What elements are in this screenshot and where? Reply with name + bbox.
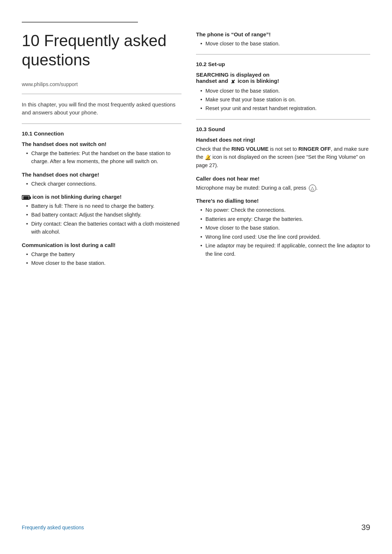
list-item: Wrong line cord used: Use the line cord …	[200, 233, 370, 241]
divider-intro	[22, 94, 181, 94]
comm-lost-heading: Communication is lost during a call!	[22, 242, 181, 248]
handset-no-ring: Handset does not ring! Check that the RI…	[196, 137, 370, 170]
handset-no-switch: The handset does not switch on! Charge t…	[22, 141, 181, 166]
out-of-range-heading: The phone is “Out of range”!	[196, 31, 370, 37]
list-item: Move closer to the base station.	[200, 87, 370, 95]
no-dialling-tone-list: No power: Check the connections. Batteri…	[196, 206, 370, 258]
right-column: The phone is “Out of range”! Move closer…	[196, 31, 370, 517]
list-item: Charge the batteries: Put the handset on…	[26, 149, 181, 166]
list-item: Make sure that your base station is on.	[200, 96, 370, 104]
handset-no-ring-text: Check that the RING VOLUME is not set to…	[196, 145, 370, 170]
section-10-3-heading: 10.3 Sound	[196, 126, 370, 132]
handset-no-switch-heading: The handset does not switch on!	[22, 141, 181, 147]
handset-no-ring-heading: Handset does not ring!	[196, 137, 370, 143]
list-item: Move closer to the base station.	[200, 40, 370, 48]
page-number: 39	[362, 523, 370, 532]
antenna-icon: ✘	[231, 79, 235, 85]
section-10-2-heading: 10.2 Set-up	[196, 61, 370, 67]
intro-text: In this chapter, you will find the most …	[22, 101, 181, 117]
list-item: Batteries are empty: Charge the batterie…	[200, 215, 370, 223]
handset-no-charge-list: Check charger connections.	[22, 180, 181, 188]
content-wrapper: 10 Frequently asked questions www.philip…	[22, 31, 370, 517]
list-item: Reset your unit and restart handset regi…	[200, 104, 370, 112]
section-10-3: 10.3 Sound Handset does not ring! Check …	[196, 126, 370, 258]
no-dialling-tone-heading: There’s no dialling tone!	[196, 198, 370, 204]
divider-10-3	[196, 119, 370, 120]
section-10-1: 10.1 Connection The handset does not swi…	[22, 130, 181, 267]
chapter-title: 10 Frequently asked questions	[22, 31, 181, 70]
handset-no-switch-list: Charge the batteries: Put the handset on…	[22, 149, 181, 166]
battery-icon-section: icon is not blinking during charge! Batt…	[22, 194, 181, 236]
mute-button-icon: △	[309, 185, 316, 192]
comm-lost-list: Charge the battery Move closer to the ba…	[22, 250, 181, 267]
list-item: Bad battery contact: Adjust the handset …	[26, 211, 181, 219]
caller-no-hear: Caller does not hear me! Microphone may …	[196, 175, 370, 192]
handset-no-charge-heading: The handset does not charge!	[22, 171, 181, 178]
section-10-1-heading: 10.1 Connection	[22, 130, 181, 137]
searching-heading: SEARCHING is displayed on handset and ✘ …	[196, 72, 370, 84]
divider-section1	[22, 124, 181, 124]
battery-icon	[22, 195, 30, 200]
comm-lost: Communication is lost during a call! Cha…	[22, 242, 181, 267]
battery-icon-list: Battery is full: There is no need to cha…	[22, 202, 181, 236]
list-item: Battery is full: There is no need to cha…	[26, 202, 181, 210]
footer: Frequently asked questions 39	[22, 517, 370, 532]
searching-section: SEARCHING is displayed on handset and ✘ …	[196, 72, 370, 112]
footer-text: Frequently asked questions	[22, 525, 84, 530]
website-url: www.philips.com/support	[22, 81, 181, 87]
battery-icon-heading: icon is not blinking during charge!	[22, 194, 181, 200]
list-item: Check charger connections.	[26, 180, 181, 188]
page: 10 Frequently asked questions www.philip…	[0, 0, 392, 554]
top-rule	[22, 22, 138, 23]
list-item: No power: Check the connections.	[200, 206, 370, 214]
list-item: Line adaptor may be required: If applica…	[200, 242, 370, 258]
section-10-2: 10.2 Set-up SEARCHING is displayed on ha…	[196, 61, 370, 112]
list-item: Charge the battery	[26, 250, 181, 258]
left-column: 10 Frequently asked questions www.philip…	[22, 31, 181, 517]
divider-10-2	[196, 54, 370, 54]
searching-list: Move closer to the base station. Make su…	[196, 87, 370, 113]
no-dialling-tone: There’s no dialling tone! No power: Chec…	[196, 198, 370, 258]
out-of-range-list: Move closer to the base station.	[196, 40, 370, 48]
list-item: Dirty contact: Clean the batteries conta…	[26, 220, 181, 236]
list-item: Move closer to the base station.	[26, 259, 181, 267]
handset-no-charge: The handset does not charge! Check charg…	[22, 171, 181, 188]
mute-bell-icon: 🔔̸	[205, 154, 211, 162]
caller-no-hear-heading: Caller does not hear me!	[196, 175, 370, 182]
out-of-range-section: The phone is “Out of range”! Move closer…	[196, 31, 370, 48]
caller-no-hear-text: Microphone may be muted: During a call, …	[196, 184, 370, 192]
list-item: Move closer to the base station.	[200, 224, 370, 232]
